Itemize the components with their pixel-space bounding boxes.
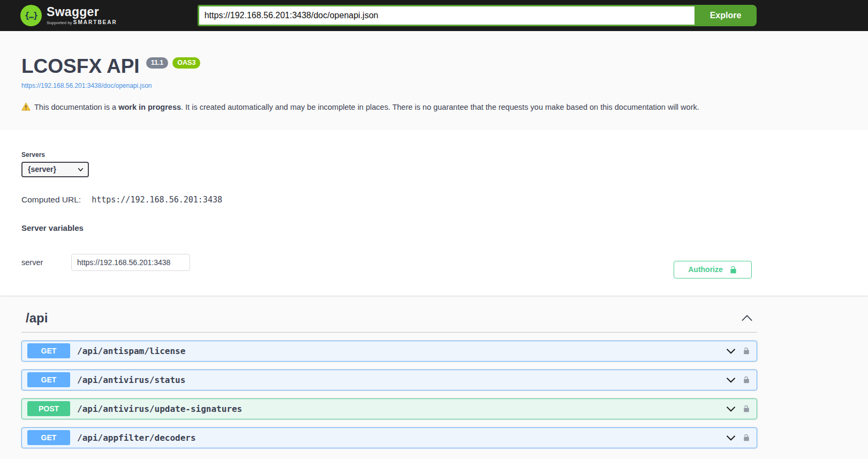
server-variables-heading: Server variables	[21, 223, 757, 232]
opblock-post-update-signatures[interactable]: POST /api/antivirus/update-signatures	[21, 398, 757, 419]
auth-lock-icon[interactable]	[743, 347, 750, 355]
api-tag-section: /api GET /api/antispam/license GET /api/…	[0, 296, 868, 448]
api-description: This documentation is a work in progress…	[21, 103, 757, 111]
operation-path: /api/antivirus/status	[77, 375, 185, 385]
swagger-logo-icon: {…}	[20, 5, 42, 26]
auth-lock-icon[interactable]	[743, 405, 750, 412]
method-badge: GET	[27, 430, 70, 445]
server-select[interactable]: {server}	[21, 162, 89, 177]
description-suffix: . It is created automatically and may be…	[181, 103, 699, 111]
api-tag-header[interactable]: /api	[21, 303, 757, 333]
expand-chevron-down-icon[interactable]	[726, 435, 736, 441]
auth-lock-icon[interactable]	[743, 434, 750, 441]
authorize-button[interactable]: Authorize	[674, 261, 752, 279]
method-badge: POST	[27, 401, 70, 416]
expand-chevron-down-icon[interactable]	[726, 348, 736, 354]
tagline-brand: SMARTBEAR	[73, 19, 117, 25]
warning-icon	[21, 102, 31, 111]
description-prefix: This documentation is a	[34, 103, 118, 111]
oas3-badge: OAS3	[172, 57, 200, 69]
description-bold: work in progress	[118, 103, 181, 111]
api-tag-title: /api	[26, 311, 48, 326]
tagline-prefix: Supported by	[47, 20, 72, 25]
method-badge: GET	[27, 343, 70, 358]
expand-chevron-down-icon[interactable]	[726, 377, 736, 383]
collapse-chevron-up-icon[interactable]	[741, 314, 753, 322]
explore-button[interactable]: Explore	[695, 5, 757, 26]
scheme-container: Servers {server} Computed URL: https://1…	[0, 130, 868, 296]
swagger-logo[interactable]: {…} Swagger Supported by SMARTBEAR	[20, 5, 117, 26]
operation-path: /api/antivirus/update-signatures	[77, 404, 242, 414]
authorize-label: Authorize	[688, 265, 723, 274]
unlock-icon	[729, 266, 737, 274]
opblock-get-antivirus-status[interactable]: GET /api/antivirus/status	[21, 370, 757, 390]
spec-link[interactable]: https://192.168.56.201:3438/doc/openapi.…	[21, 82, 152, 89]
operation-path: /api/antispam/license	[77, 346, 185, 356]
opblock-get-appfilter-decoders[interactable]: GET /api/appfilter/decoders	[21, 427, 757, 448]
method-badge: GET	[27, 372, 70, 387]
smartbear-tagline: Supported by SMARTBEAR	[47, 19, 117, 26]
info-section: LCOSFX API 11.1 OAS3 https://192.168.56.…	[0, 31, 868, 130]
server-variable-name: server	[21, 258, 71, 267]
spec-url-input[interactable]	[198, 5, 695, 26]
expand-chevron-down-icon[interactable]	[726, 406, 736, 412]
server-variable-input[interactable]	[71, 254, 190, 271]
operation-path: /api/appfilter/decoders	[77, 433, 196, 443]
servers-label: Servers	[21, 151, 757, 159]
topbar: {…} Swagger Supported by SMARTBEAR Explo…	[0, 0, 868, 31]
description-text: This documentation is a work in progress…	[34, 103, 699, 111]
spec-url-bar: Explore	[198, 5, 757, 26]
auth-lock-icon[interactable]	[743, 376, 750, 383]
api-title: LCOSFX API	[21, 56, 140, 77]
opblock-get-antispam-license[interactable]: GET /api/antispam/license	[21, 341, 757, 362]
computed-url-value: https://192.168.56.201:3438	[92, 195, 222, 205]
version-badge: 11.1	[146, 57, 169, 69]
computed-url-label: Computed URL:	[21, 195, 81, 205]
swagger-wordmark: Swagger	[47, 5, 117, 19]
